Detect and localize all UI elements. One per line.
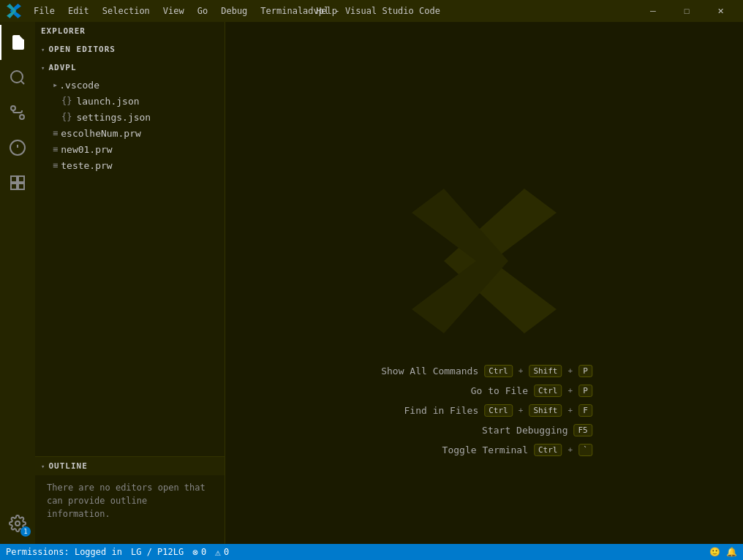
outline-header[interactable]: ▾ OUTLINE: [35, 457, 225, 475]
prw3-icon: ≡: [53, 160, 58, 170]
error-count-text: 0: [201, 547, 206, 557]
open-editors-header[interactable]: ▾ OPEN EDITORS: [35, 40, 225, 58]
menu-terminal[interactable]: Terminal: [254, 4, 309, 18]
debug-f5-key: F5: [574, 424, 592, 436]
svg-rect-8: [18, 176, 24, 182]
escolhenum-label: escolheNum.prw: [61, 128, 141, 139]
goto-plus: +: [568, 386, 573, 396]
activity-source-control[interactable]: [0, 95, 35, 130]
find-in-files-label: Find in Files: [376, 405, 478, 416]
find-shift-key: Shift: [529, 404, 562, 417]
svg-line-3: [21, 81, 24, 84]
close-button[interactable]: ✕: [704, 0, 737, 22]
activity-files[interactable]: [0, 25, 35, 60]
warning-icon: ⚠: [215, 547, 221, 558]
cmd-shift-key: Shift: [529, 365, 562, 377]
minimize-button[interactable]: ─: [636, 0, 670, 22]
menu-debug[interactable]: Debug: [215, 4, 253, 18]
outline-section: ▾ OUTLINE There are no editors open that…: [35, 456, 225, 544]
svg-point-4: [20, 115, 24, 119]
outline-label: OUTLINE: [48, 461, 87, 471]
titlebar-left: File Edit Selection View Go Debug Termin…: [6, 3, 343, 19]
outline-empty-text: There are no editors open that can provi…: [35, 475, 225, 526]
prw2-icon: ≡: [53, 144, 58, 154]
settings-badge: 1: [20, 526, 31, 537]
menu-go[interactable]: Go: [192, 4, 214, 18]
start-debugging-label: Start Debugging: [466, 425, 568, 436]
sidebar-explorer: EXPLORER ▾ OPEN EDITORS ▾ ADVPL ▸ .vscod…: [35, 22, 225, 456]
open-editors-label: OPEN EDITORS: [48, 45, 115, 54]
term-plus: +: [568, 445, 573, 455]
activity-debug[interactable]: [0, 130, 35, 165]
prw1-icon: ≡: [53, 128, 58, 138]
open-editors-arrow: ▾: [41, 46, 45, 53]
smiley-icon: 🙂: [709, 547, 720, 557]
launch-json-label: launch.json: [76, 96, 139, 107]
new01-label: new01.prw: [61, 144, 112, 155]
svg-rect-7: [11, 176, 17, 182]
activity-bar: 1: [0, 22, 35, 544]
go-to-file-row: Go to File Ctrl + P: [376, 385, 592, 397]
toggle-terminal-label: Toggle Terminal: [426, 444, 528, 455]
find-plus2: +: [568, 406, 573, 415]
vscode-logo-icon: [6, 3, 22, 19]
sidebar: EXPLORER ▾ OPEN EDITORS ▾ ADVPL ▸ .vscod…: [35, 22, 225, 544]
settings-json-item[interactable]: {} settings.json: [35, 109, 225, 125]
explorer-header[interactable]: EXPLORER: [35, 22, 225, 40]
outline-arrow: ▾: [41, 463, 45, 470]
escolhenum-item[interactable]: ≡ escolheNum.prw: [35, 125, 225, 141]
term-backtick-key: `: [578, 444, 592, 456]
new01-item[interactable]: ≡ new01.prw: [35, 141, 225, 157]
go-to-file-label: Go to File: [426, 385, 528, 396]
smiley-button[interactable]: 🙂: [709, 547, 720, 557]
teste-item[interactable]: ≡ teste.prw: [35, 157, 225, 173]
explorer-label: EXPLORER: [41, 26, 86, 36]
activity-settings[interactable]: 1: [0, 506, 35, 541]
permissions-text: Permissions: Logged in: [6, 547, 122, 557]
goto-ctrl-key: Ctrl: [534, 385, 562, 397]
find-ctrl-key: Ctrl: [484, 404, 513, 417]
menu-file[interactable]: File: [28, 4, 61, 18]
files-icon: [10, 34, 27, 51]
error-icon: ⊗: [192, 547, 198, 558]
advpl-section-header[interactable]: ▾ ADVPL: [35, 58, 225, 77]
goto-p-key: P: [578, 385, 592, 397]
json-icon: {}: [61, 96, 72, 106]
teste-label: teste.prw: [61, 160, 112, 171]
launch-json-item[interactable]: {} launch.json: [35, 93, 225, 109]
titlebar: File Edit Selection View Go Debug Termin…: [0, 0, 743, 22]
window-controls: ─ □ ✕: [636, 0, 737, 22]
svg-point-11: [15, 521, 20, 526]
find-in-files-row: Find in Files Ctrl + Shift + F: [376, 404, 592, 417]
error-count-item[interactable]: ⊗ 0: [192, 547, 206, 558]
extensions-icon: [9, 174, 26, 192]
permissions-item[interactable]: Permissions: Logged in: [6, 547, 122, 557]
advpl-label: ADVPL: [48, 63, 76, 72]
warning-count-item[interactable]: ⚠ 0: [215, 547, 229, 558]
svg-rect-10: [18, 183, 24, 189]
workspace-item[interactable]: LG / P12LG: [131, 547, 184, 557]
start-debugging-row: Start Debugging F5: [376, 424, 592, 436]
window-title: advpl - Visual Studio Code: [303, 6, 440, 16]
statusbar-left: Permissions: Logged in LG / P12LG ⊗ 0 ⚠ …: [6, 547, 229, 558]
menu-view[interactable]: View: [157, 4, 190, 18]
show-all-commands-row: Show All Commands Ctrl + Shift + P: [376, 365, 592, 377]
maximize-button[interactable]: □: [670, 0, 704, 22]
cmd-p-key: P: [578, 365, 592, 377]
term-ctrl-key: Ctrl: [534, 444, 562, 456]
cmd-ctrl-key[interactable]: Ctrl: [484, 365, 513, 377]
activity-extensions[interactable]: [0, 165, 35, 200]
vscode-folder-item[interactable]: ▸ .vscode: [35, 77, 225, 93]
svg-rect-9: [11, 183, 17, 189]
menu-edit[interactable]: Edit: [62, 4, 95, 18]
main-area: 1 EXPLORER ▾ OPEN EDITORS ▾ ADVPL ▸ .vsc…: [0, 22, 743, 544]
commands-panel: Show All Commands Ctrl + Shift + P Go to…: [376, 365, 592, 456]
editor-area: Show All Commands Ctrl + Shift + P Go to…: [225, 22, 743, 544]
plus1: +: [518, 366, 524, 376]
find-plus1: +: [518, 406, 524, 415]
menu-selection[interactable]: Selection: [97, 4, 156, 18]
bell-icon: 🔔: [726, 547, 737, 557]
statusbar: Permissions: Logged in LG / P12LG ⊗ 0 ⚠ …: [0, 544, 743, 560]
bell-button[interactable]: 🔔: [726, 547, 737, 557]
activity-search[interactable]: [0, 60, 35, 95]
